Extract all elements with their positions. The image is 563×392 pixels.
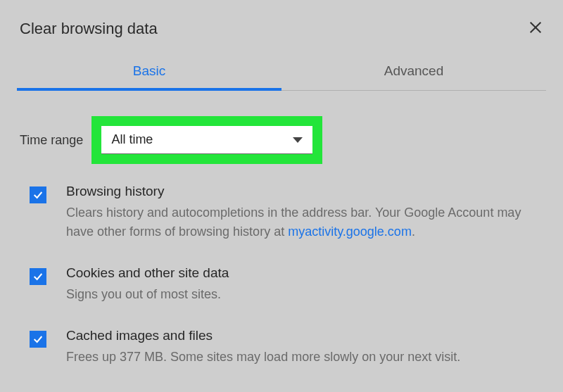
dialog-title: Clear browsing data bbox=[20, 20, 158, 38]
time-range-row: Time range All time bbox=[17, 116, 546, 164]
option-body: Browsing history Clears history and auto… bbox=[66, 184, 545, 241]
clear-browsing-data-dialog: Clear browsing data Basic Advanced Time … bbox=[4, 4, 559, 388]
option-description: Signs you out of most sites. bbox=[66, 285, 229, 304]
checkbox-cookies[interactable] bbox=[30, 268, 46, 285]
checkbox-browsing-history[interactable] bbox=[30, 186, 46, 203]
option-cookies: Cookies and other site data Signs you ou… bbox=[30, 265, 546, 304]
dialog-header: Clear browsing data bbox=[17, 13, 546, 53]
desc-suffix: . bbox=[412, 225, 415, 239]
myactivity-link[interactable]: myactivity.google.com bbox=[288, 225, 412, 239]
option-title: Cached images and files bbox=[66, 328, 460, 343]
tab-advanced[interactable]: Advanced bbox=[282, 53, 546, 90]
option-body: Cookies and other site data Signs you ou… bbox=[66, 265, 229, 304]
tabs: Basic Advanced bbox=[17, 53, 546, 91]
option-description: Frees up 377 MB. Some sites may load mor… bbox=[66, 348, 460, 367]
desc-text: Frees up 377 MB. Some sites may load mor… bbox=[66, 350, 460, 364]
time-range-select[interactable]: All time bbox=[101, 126, 312, 154]
option-title: Browsing history bbox=[66, 184, 545, 199]
option-description: Clears history and autocompletions in th… bbox=[66, 203, 545, 241]
highlight-box: All time bbox=[91, 116, 322, 164]
tab-basic[interactable]: Basic bbox=[17, 53, 282, 90]
option-title: Cookies and other site data bbox=[66, 265, 229, 281]
time-range-label: Time range bbox=[20, 133, 83, 148]
checkbox-cache[interactable] bbox=[30, 331, 46, 348]
options-list: Browsing history Clears history and auto… bbox=[17, 184, 546, 367]
chevron-down-icon bbox=[293, 137, 303, 143]
desc-text: Signs you out of most sites. bbox=[66, 287, 221, 301]
option-browsing-history: Browsing history Clears history and auto… bbox=[30, 184, 546, 241]
option-body: Cached images and files Frees up 377 MB.… bbox=[66, 328, 460, 367]
close-icon[interactable] bbox=[528, 20, 543, 38]
option-cache: Cached images and files Frees up 377 MB.… bbox=[30, 328, 546, 367]
time-range-value: All time bbox=[111, 132, 153, 147]
